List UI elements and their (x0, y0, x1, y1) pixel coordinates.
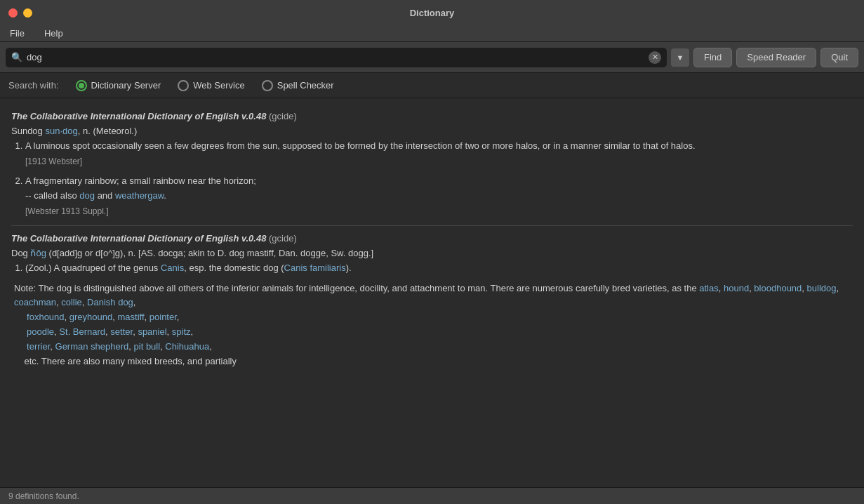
close-button[interactable] (8, 8, 18, 18)
radio-dict-server-circle (76, 80, 87, 91)
citation-1-1: [1913 Webster] (25, 155, 853, 168)
divider-1 (11, 225, 853, 226)
dict-source-1-code: (gcide) (269, 111, 297, 121)
setter-link[interactable]: setter (110, 326, 133, 337)
note-text: Note: The dog is distinguished above all… (14, 281, 853, 369)
bulldog-link[interactable]: bulldog (807, 283, 837, 293)
content-area: The Collaborative International Dictiona… (0, 98, 864, 487)
minimize-button[interactable] (23, 8, 32, 18)
citation-1-2: [Webster 1913 Suppl.] (25, 205, 853, 218)
dict-source-1-name: The Collaborative International Dictiona… (11, 111, 266, 121)
dict-source-2-name: The Collaborative International Dictiona… (11, 233, 266, 244)
dict-source-1: The Collaborative International Dictiona… (11, 111, 853, 121)
radio-web-service-label: Web Service (193, 80, 244, 91)
search-dropdown-button[interactable]: ▼ (671, 48, 689, 67)
bloodhound-link[interactable]: bloodhound (754, 283, 802, 293)
titlebar: Dictionary (0, 0, 864, 25)
definition-list-1: A luminous spot occasionally seen a few … (25, 139, 853, 218)
dict-source-2: The Collaborative International Dictiona… (11, 233, 853, 244)
definition-1-1: A luminous spot occasionally seen a few … (25, 139, 853, 168)
search-with-label: Search with: (8, 80, 59, 91)
window-controls (8, 8, 32, 18)
pointer-link[interactable]: pointer (149, 312, 177, 322)
search-wrapper: 🔍 ✕ (6, 48, 667, 67)
dog-pronunciation-link[interactable]: n̆ŏg (30, 248, 46, 258)
radio-spell-checker-circle (262, 80, 273, 91)
foxhound-link[interactable]: foxhound (27, 312, 65, 322)
dict-source-2-code: (gcide) (269, 233, 297, 244)
radio-dict-server[interactable]: Dictionary Server (76, 80, 161, 91)
entry-1-word: Sundog sun·dog, n. (Meteorol.) (11, 126, 853, 136)
radiobar: Search with: Dictionary Server Web Servi… (0, 73, 864, 98)
speed-reader-button[interactable]: Speed Reader (736, 48, 816, 67)
quit-button[interactable]: Quit (820, 48, 858, 67)
pit-bull-link[interactable]: pit bull (134, 341, 161, 352)
search-clear-button[interactable]: ✕ (649, 51, 661, 64)
sundog-link[interactable]: sun·dog (45, 126, 77, 136)
poodle-link[interactable]: poodle (27, 326, 54, 337)
spaniel-link[interactable]: spaniel (138, 326, 166, 337)
dog-link[interactable]: dog (79, 190, 95, 201)
danish-dog-link[interactable]: Danish dog (87, 297, 133, 307)
spitz-link[interactable]: spitz (172, 326, 191, 337)
german-shepherd-link[interactable]: German shepherd (55, 341, 129, 352)
canis-familiaris-link[interactable]: Canis familiaris (284, 263, 346, 273)
mastiff-link[interactable]: mastiff (117, 312, 144, 322)
radio-dict-server-label: Dictionary Server (91, 80, 161, 91)
definition-2-1: (Zool.) A quadruped of the genus Canis, … (25, 261, 853, 276)
radio-web-service-circle (178, 80, 189, 91)
atlas-link[interactable]: atlas (699, 283, 718, 293)
menu-help[interactable]: Help (40, 27, 67, 40)
coachman-link[interactable]: coachman (14, 297, 56, 307)
radio-spell-checker-label: Spell Checker (277, 80, 334, 91)
menu-file[interactable]: File (6, 27, 29, 40)
radio-spell-checker[interactable]: Spell Checker (262, 80, 334, 91)
radio-web-service[interactable]: Web Service (178, 80, 244, 91)
hound-link[interactable]: hound (724, 283, 749, 293)
status-text: 9 definitions found. (8, 491, 79, 501)
searchbar: 🔍 ✕ ▼ Find Speed Reader Quit (0, 42, 864, 73)
collie-link[interactable]: collie (61, 297, 82, 307)
st-bernard-link[interactable]: St. Bernard (59, 326, 105, 337)
window-title: Dictionary (410, 8, 455, 18)
canis-link[interactable]: Canis (161, 263, 184, 273)
search-icon: 🔍 (11, 52, 22, 62)
find-button[interactable]: Find (693, 48, 732, 67)
entry-2-word: Dog n̆ŏg (d[add]g or d[o^]g), n. [AS. do… (11, 248, 853, 258)
definition-list-2: (Zool.) A quadruped of the genus Canis, … (25, 261, 853, 276)
greyhound-link[interactable]: greyhound (69, 312, 112, 322)
definition-1-2: A fragmentary rainbow; a small rainbow n… (25, 174, 853, 218)
weathergaw-link[interactable]: weathergaw (115, 190, 164, 201)
search-input[interactable] (27, 52, 644, 62)
statusbar: 9 definitions found. (0, 487, 864, 504)
chihuahua-link[interactable]: Chihuahua (165, 341, 209, 352)
terrier-link[interactable]: terrier (27, 341, 50, 352)
menubar: File Help (0, 25, 864, 42)
